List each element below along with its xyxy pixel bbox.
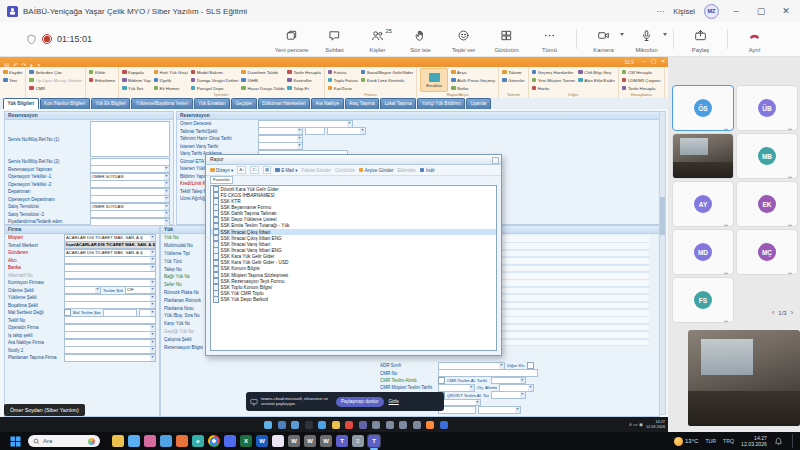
field-cmr-müşteri-teslim-tarihi-select[interactable] <box>438 384 475 392</box>
field-operasyon-departmanı-select[interactable] <box>90 195 170 203</box>
tab-ara-nakliye[interactable]: Ara Nakliye <box>311 98 344 109</box>
participant-tile-ay[interactable]: AY <box>672 181 734 227</box>
shared-taskbar-icon-window-4[interactable] <box>413 421 421 429</box>
ribbon-button-etiketleme[interactable]: Etiketleme <box>89 76 115 84</box>
taskbar-icon-notepad[interactable]: ≡ <box>352 435 364 447</box>
field-notify-2-select[interactable] <box>64 346 156 354</box>
field-talimat-tarihi-şekli-input[interactable] <box>305 127 325 135</box>
ribbon-button-görevler[interactable]: Görevler <box>502 76 524 84</box>
taskbar-icon-store[interactable] <box>128 435 140 447</box>
close-button[interactable]: ✕ <box>778 0 794 22</box>
shared-taskbar-icon-people[interactable] <box>278 421 286 429</box>
control-paylas[interactable]: Paylaş <box>679 25 722 54</box>
ribbon-button-hızlı-yük-girişi[interactable]: Hızlı Yük Girişi <box>154 68 188 76</box>
field-alternatif-no-input[interactable] <box>64 271 156 279</box>
ribbon-button-kilitle[interactable]: Kilitle <box>89 68 115 76</box>
control-tumu[interactable]: Tümü <box>528 25 571 54</box>
toolbar-z-icon[interactable]: Z↓ <box>250 166 259 174</box>
participant-video-large[interactable] <box>688 330 800 426</box>
participant-video-tile[interactable] <box>672 133 734 179</box>
control-yeni-pencere[interactable]: Yeni pencere <box>270 25 313 54</box>
control-soz-iste[interactable]: Söz iste <box>399 25 442 54</box>
field-satış-temsilcisi-2-select[interactable] <box>90 210 170 218</box>
field-planlanan-taşıma-firma-select[interactable] <box>64 354 156 362</box>
ribbon-button-hasar-dosya-takibi[interactable]: Hasar Dosya Takibi <box>241 84 284 92</box>
taskbar-icon-paint[interactable] <box>272 435 284 447</box>
taskbar-icon-teams-meeting[interactable]: T <box>368 435 380 447</box>
shared-taskbar-icon-weather[interactable] <box>264 421 272 429</box>
ribbon-button-kar-zarar[interactable]: Kar/Zarar <box>328 84 358 92</box>
ribbon-button-fatura[interactable]: Fatura <box>328 68 358 76</box>
control-mikrofon[interactable]: Mikrofon <box>625 25 668 54</box>
field-talimat-tarihi-şekli-select[interactable] <box>258 127 303 135</box>
ribbon-button-yük-i-leti[interactable]: Yük İleti <box>122 84 151 92</box>
field-departman-select[interactable] <box>90 188 170 196</box>
participant-tile-mb[interactable]: MB <box>736 133 798 179</box>
taskbar-icon-mail[interactable] <box>160 435 172 447</box>
app-minimize-button[interactable]: – <box>642 56 645 67</box>
hide-banner-link[interactable]: Gizle <box>389 399 399 404</box>
ribbon-button-kopyala[interactable]: Kopyala <box>122 68 151 76</box>
taskbar-icon-calculator[interactable] <box>224 435 236 447</box>
language-indicator[interactable]: TUR <box>705 438 716 444</box>
shared-taskbar-icon-dnd[interactable] <box>305 421 313 429</box>
field-tahmini-hazır-olma-tarihi-select[interactable] <box>258 135 303 143</box>
shared-taskbar-icon-window-3[interactable] <box>399 421 407 429</box>
ribbon-button-notlar[interactable]: Notlar <box>451 84 495 92</box>
field-operasyon-yetkilisi-1-select[interactable]: ÖMER SOYDAN <box>90 173 170 181</box>
field-önem-derecesi-select[interactable] <box>258 120 353 128</box>
field-banka-select[interactable] <box>64 264 156 272</box>
tab-geçişler[interactable]: Geçişler <box>231 98 257 109</box>
participant-tile-mç[interactable]: MÇ <box>736 229 798 275</box>
field-satış-temsilcisi-select[interactable]: ÖMER SOYDAN <box>90 203 170 211</box>
ribbon-button-cmr[interactable]: CMR <box>29 84 82 92</box>
ribbon-button-tarife-hesapla[interactable]: Tarife Hesapla <box>287 68 320 76</box>
toolbar-button-dizayn[interactable]: Dizayn ▾ <box>210 168 233 173</box>
field-komisyon-firması-select[interactable] <box>64 279 156 287</box>
avatar[interactable]: MZ <box>704 4 719 19</box>
field-gönderen-select[interactable]: ACARLAR DIS TICARET MAK. SAN. A.Ş <box>64 249 156 257</box>
ribbon-button-harita[interactable]: Harita <box>532 84 576 92</box>
taskbar-icon-photos[interactable] <box>144 435 156 447</box>
ribbon-button-toplu-fatura[interactable]: Toplu Fatura <box>328 76 358 84</box>
participant-tile-fs[interactable]: FS <box>672 277 734 323</box>
ribbon-button-i-ghb[interactable]: İGHB <box>241 76 284 84</box>
field-mal-serbest-değil-input[interactable] <box>103 309 137 317</box>
tab-lokal-taşıma[interactable]: Lokal Taşıma <box>380 98 416 109</box>
field-boşaltma-şekli-select[interactable] <box>64 301 156 309</box>
taskbar-icon-app-w-1[interactable]: W <box>288 435 300 447</box>
taskbar-icon-excel[interactable]: X <box>240 435 252 447</box>
ribbon-button-kontroller[interactable]: Kontroller <box>287 76 320 84</box>
toolbar--icon[interactable]: ▦ <box>263 166 271 174</box>
tab-yurtiçi-yük-bildirimi[interactable]: Yurtiçi Yük Bildirimi <box>417 98 465 109</box>
field-blank-select[interactable] <box>478 406 521 414</box>
taskbar-icon-word[interactable]: W <box>256 435 268 447</box>
taskbar-clock[interactable]: 14:27 12.03.2026 <box>741 435 767 448</box>
toolbar-button-e-mail[interactable]: E-Mail ▾ <box>275 168 297 173</box>
page-next-icon[interactable]: › <box>791 309 793 316</box>
titlebar-more-icon[interactable]: ⋯ <box>656 7 664 16</box>
search-input[interactable]: Ara <box>28 435 100 447</box>
field-alıcı-select[interactable] <box>64 256 156 264</box>
report-item-ssk-yük-depo-barkod[interactable]: SSK Yük Depo Barkod <box>211 297 496 303</box>
stop-sharing-button[interactable]: Paylaşmayı durdur <box>336 397 384 407</box>
ribbon-button-yeni-müşteri-tanımı[interactable]: Yeni Müşteri Tanımı <box>532 76 576 84</box>
shared-taskbar-icon-chat[interactable] <box>291 421 299 429</box>
ribbon-button-parsiyel-depo[interactable]: Parsiyel Depo <box>191 84 239 92</box>
weather-widget[interactable]: 13°C <box>674 437 699 446</box>
field-servis-no-müş-ref-no-1-textarea[interactable] <box>90 121 170 157</box>
shared-taskbar-icon-mail[interactable] <box>318 421 326 429</box>
ribbon-button-geçmiş-hareketler[interactable]: Geçmiş Hareketler <box>532 68 576 76</box>
ribbon-button-kredi-limit-kontrolü[interactable]: Kredi Limit Kontrolü <box>361 76 413 84</box>
field-mal-serbest-değil-checkbox[interactable] <box>64 309 71 316</box>
taskbar-icon-teams[interactable]: T <box>336 435 348 447</box>
control-gorunum[interactable]: Görünüm <box>485 25 528 54</box>
toolbar-button-i-ndir[interactable]: İndir <box>420 168 435 173</box>
participant-tile-md[interactable]: MD <box>672 229 734 275</box>
form-scrollbar[interactable] <box>659 111 666 415</box>
control-tepki-ver[interactable]: Tepki ver <box>442 25 485 54</box>
ribbon-button-takvim[interactable]: Takvim <box>502 68 524 76</box>
field-rezervasyon-yaptıran-select[interactable] <box>90 165 170 173</box>
taskbar-icon-chrome[interactable] <box>208 435 220 447</box>
toolbar-a-icon[interactable]: A↓ <box>237 166 246 174</box>
